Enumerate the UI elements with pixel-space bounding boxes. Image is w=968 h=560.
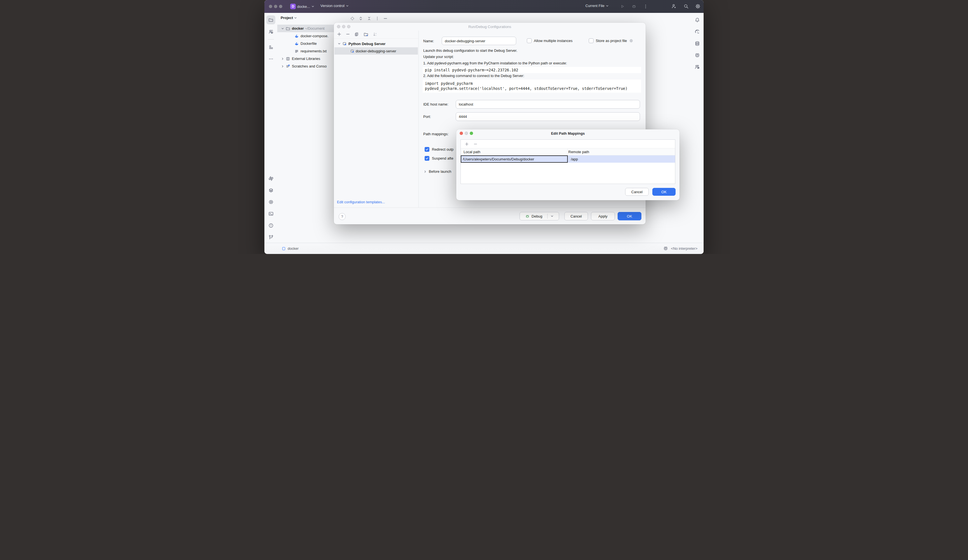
add-configuration-icon[interactable] <box>337 32 341 36</box>
local-path-cell[interactable]: /Users/alexpeters/Documents/Debug/docker <box>461 156 568 163</box>
window-close-button[interactable] <box>269 5 272 8</box>
remove-mapping-icon[interactable] <box>473 142 477 146</box>
remove-configuration-icon[interactable] <box>346 32 350 36</box>
code-line-import: import pydevd_pycharm <box>425 81 641 86</box>
store-options-gear-icon[interactable] <box>629 39 633 43</box>
terminal-tool-button[interactable] <box>266 209 275 218</box>
chevron-down-icon[interactable] <box>551 215 554 217</box>
dialog-title: Run/Debug Configurations <box>334 25 646 29</box>
step-2-text: 2. Add the following command to connect … <box>423 74 524 78</box>
python-console-tool-button[interactable] <box>266 186 275 195</box>
python-packages-tool-button[interactable] <box>266 174 275 183</box>
sort-configurations-icon[interactable]: a z <box>373 32 378 36</box>
ai-assistant-tool-button[interactable] <box>693 27 702 36</box>
remote-path-cell[interactable]: /app <box>571 157 578 161</box>
services-icon <box>269 199 273 205</box>
checkbox-checked[interactable] <box>424 156 429 161</box>
config-tree-item-selected[interactable]: docker-debugging-server <box>335 47 418 55</box>
before-launch-section[interactable]: Before launch <box>424 169 451 174</box>
problems-icon <box>269 223 273 228</box>
chevron-right-icon[interactable] <box>424 170 427 173</box>
expand-all-icon[interactable] <box>358 16 363 21</box>
ai-chat-robot-tool-button[interactable] <box>693 51 702 60</box>
hide-panel-icon[interactable] <box>383 16 388 21</box>
suspend-after-checkbox[interactable]: Suspend afte <box>424 156 454 161</box>
services-tool-button[interactable] <box>266 197 275 206</box>
run-configuration-selector[interactable]: Current File <box>585 3 608 8</box>
chevron-down-icon[interactable] <box>338 42 341 45</box>
edit-templates-link[interactable]: Edit configuration templates... <box>337 200 385 204</box>
run-button[interactable] <box>620 4 625 9</box>
apply-button[interactable]: Apply <box>591 212 615 220</box>
database-tool-button[interactable] <box>693 39 702 48</box>
redirect-output-checkbox[interactable]: Redirect outp <box>424 147 454 152</box>
store-as-project-checkbox[interactable]: Store as project file <box>589 38 633 43</box>
path-mappings-label: Path mappings: <box>423 130 448 138</box>
svg-text:a: a <box>376 33 377 34</box>
help-button[interactable]: ? <box>339 213 346 220</box>
debug-button-icon[interactable] <box>632 4 636 9</box>
config-tree-group[interactable]: Python Debug Server <box>338 40 385 47</box>
chevron-right-icon[interactable] <box>281 57 284 60</box>
strip-divider <box>268 39 274 40</box>
ellipsis-icon <box>269 56 273 61</box>
description-line-1: Launch this debug configuration to start… <box>423 48 517 53</box>
structure-tool-button[interactable] <box>266 43 275 51</box>
new-folder-icon[interactable] <box>363 32 368 36</box>
collapse-all-icon[interactable] <box>367 16 371 21</box>
port-input[interactable] <box>456 112 640 121</box>
git-tool-button[interactable] <box>266 233 275 242</box>
docker-file-icon <box>294 34 299 38</box>
ide-host-input[interactable] <box>456 100 640 109</box>
project-tool-button[interactable] <box>266 15 275 24</box>
code-with-me-user-icon[interactable] <box>671 3 676 9</box>
allow-multiple-label: Allow multiple instances <box>534 39 572 43</box>
add-mapping-icon[interactable] <box>465 142 469 146</box>
robot-face-icon <box>695 53 700 58</box>
notifications-tool-button[interactable] <box>693 15 702 24</box>
project-widget[interactable]: D docke... <box>290 3 314 9</box>
check-icon <box>426 148 429 151</box>
checkbox-unchecked[interactable] <box>527 38 532 43</box>
name-input[interactable] <box>442 36 516 45</box>
remote-path-column-header[interactable]: Remote path <box>565 150 589 154</box>
checkbox-checked[interactable] <box>424 147 429 152</box>
chevron-right-icon[interactable] <box>281 65 284 68</box>
git-branch-icon <box>269 235 273 240</box>
local-path-column-header[interactable]: Local path <box>461 150 565 154</box>
vcs-menu[interactable]: Version control <box>320 3 349 8</box>
project-panel-title[interactable]: Project <box>281 16 297 20</box>
panel-options-icon[interactable] <box>375 16 379 21</box>
scratches-icon <box>286 64 290 69</box>
cancel-button[interactable]: Cancel <box>564 212 588 220</box>
problems-tool-button[interactable] <box>266 221 275 230</box>
svg-text:z: z <box>376 35 376 36</box>
code-with-me-tool-button[interactable] <box>693 63 702 71</box>
project-panel-toolbar <box>350 16 388 21</box>
window-zoom-button[interactable] <box>279 5 282 8</box>
database-icon <box>695 41 700 46</box>
remote-debug-config-icon <box>342 41 347 46</box>
more-tool-windows-button[interactable] <box>266 54 275 63</box>
search-icon[interactable] <box>683 3 689 9</box>
settings-gear-icon[interactable] <box>695 3 701 9</box>
statusbar-project-label: docker <box>288 247 298 250</box>
path-mappings-table: Local path Remote path /Users/alexpeters… <box>461 139 675 184</box>
debug-split-button[interactable]: Debug <box>520 212 559 220</box>
ok-button[interactable]: OK <box>618 212 641 220</box>
more-actions-icon[interactable] <box>644 4 648 9</box>
window-minimize-button[interactable] <box>274 5 277 8</box>
interpreter-widget[interactable]: <No interpreter> <box>663 246 698 251</box>
tree-label: Scratches and Conso <box>292 64 327 68</box>
ok-button[interactable]: OK <box>652 188 676 196</box>
chevron-down-icon[interactable] <box>281 27 284 30</box>
mapping-row-selected[interactable]: /Users/alexpeters/Documents/Debug/docker… <box>461 156 675 163</box>
chevron-down-icon <box>606 5 608 7</box>
checkbox-unchecked[interactable] <box>589 38 593 43</box>
allow-multiple-checkbox[interactable]: Allow multiple instances <box>527 38 572 43</box>
pull-requests-tool-button[interactable]: ? <box>266 27 275 36</box>
copy-configuration-icon[interactable] <box>354 32 359 36</box>
statusbar-project-widget[interactable]: docker <box>282 247 298 250</box>
locate-target-icon[interactable] <box>350 16 355 21</box>
cancel-button[interactable]: Cancel <box>625 188 649 196</box>
